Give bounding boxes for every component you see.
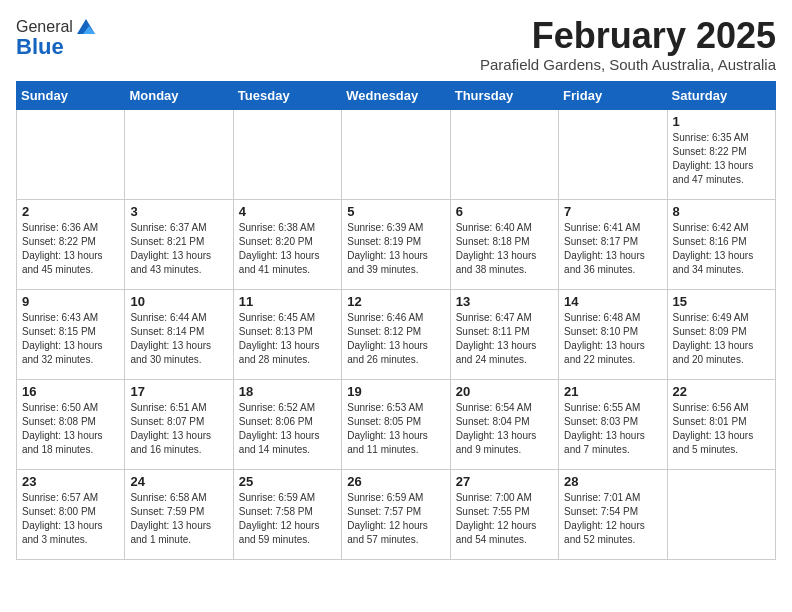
day-number: 3	[130, 204, 227, 219]
calendar-cell: 18Sunrise: 6:52 AM Sunset: 8:06 PM Dayli…	[233, 379, 341, 469]
day-info: Sunrise: 6:38 AM Sunset: 8:20 PM Dayligh…	[239, 221, 336, 277]
calendar-cell: 1Sunrise: 6:35 AM Sunset: 8:22 PM Daylig…	[667, 109, 775, 199]
day-number: 20	[456, 384, 553, 399]
weekday-header-friday: Friday	[559, 81, 667, 109]
calendar-cell	[450, 109, 558, 199]
day-info: Sunrise: 7:01 AM Sunset: 7:54 PM Dayligh…	[564, 491, 661, 547]
day-info: Sunrise: 6:59 AM Sunset: 7:58 PM Dayligh…	[239, 491, 336, 547]
day-info: Sunrise: 6:44 AM Sunset: 8:14 PM Dayligh…	[130, 311, 227, 367]
location-subtitle: Parafield Gardens, South Australia, Aust…	[480, 56, 776, 73]
day-info: Sunrise: 6:56 AM Sunset: 8:01 PM Dayligh…	[673, 401, 770, 457]
day-info: Sunrise: 6:48 AM Sunset: 8:10 PM Dayligh…	[564, 311, 661, 367]
calendar-cell: 17Sunrise: 6:51 AM Sunset: 8:07 PM Dayli…	[125, 379, 233, 469]
calendar-week-row: 1Sunrise: 6:35 AM Sunset: 8:22 PM Daylig…	[17, 109, 776, 199]
day-number: 12	[347, 294, 444, 309]
day-info: Sunrise: 6:51 AM Sunset: 8:07 PM Dayligh…	[130, 401, 227, 457]
calendar-cell: 23Sunrise: 6:57 AM Sunset: 8:00 PM Dayli…	[17, 469, 125, 559]
calendar-cell: 16Sunrise: 6:50 AM Sunset: 8:08 PM Dayli…	[17, 379, 125, 469]
weekday-header-sunday: Sunday	[17, 81, 125, 109]
calendar-cell: 22Sunrise: 6:56 AM Sunset: 8:01 PM Dayli…	[667, 379, 775, 469]
calendar-cell: 20Sunrise: 6:54 AM Sunset: 8:04 PM Dayli…	[450, 379, 558, 469]
calendar-cell: 27Sunrise: 7:00 AM Sunset: 7:55 PM Dayli…	[450, 469, 558, 559]
day-info: Sunrise: 6:53 AM Sunset: 8:05 PM Dayligh…	[347, 401, 444, 457]
day-number: 14	[564, 294, 661, 309]
day-number: 25	[239, 474, 336, 489]
calendar-cell: 13Sunrise: 6:47 AM Sunset: 8:11 PM Dayli…	[450, 289, 558, 379]
weekday-header-saturday: Saturday	[667, 81, 775, 109]
calendar-cell: 4Sunrise: 6:38 AM Sunset: 8:20 PM Daylig…	[233, 199, 341, 289]
day-info: Sunrise: 6:36 AM Sunset: 8:22 PM Dayligh…	[22, 221, 119, 277]
calendar-cell: 9Sunrise: 6:43 AM Sunset: 8:15 PM Daylig…	[17, 289, 125, 379]
day-number: 27	[456, 474, 553, 489]
calendar-cell: 14Sunrise: 6:48 AM Sunset: 8:10 PM Dayli…	[559, 289, 667, 379]
title-section: February 2025 Parafield Gardens, South A…	[480, 16, 776, 73]
calendar-cell: 21Sunrise: 6:55 AM Sunset: 8:03 PM Dayli…	[559, 379, 667, 469]
calendar-cell: 6Sunrise: 6:40 AM Sunset: 8:18 PM Daylig…	[450, 199, 558, 289]
calendar-week-row: 9Sunrise: 6:43 AM Sunset: 8:15 PM Daylig…	[17, 289, 776, 379]
calendar-cell: 12Sunrise: 6:46 AM Sunset: 8:12 PM Dayli…	[342, 289, 450, 379]
day-info: Sunrise: 6:45 AM Sunset: 8:13 PM Dayligh…	[239, 311, 336, 367]
day-number: 13	[456, 294, 553, 309]
day-info: Sunrise: 6:35 AM Sunset: 8:22 PM Dayligh…	[673, 131, 770, 187]
day-number: 18	[239, 384, 336, 399]
day-number: 2	[22, 204, 119, 219]
day-info: Sunrise: 6:46 AM Sunset: 8:12 PM Dayligh…	[347, 311, 444, 367]
day-info: Sunrise: 7:00 AM Sunset: 7:55 PM Dayligh…	[456, 491, 553, 547]
page-header: General Blue February 2025 Parafield Gar…	[16, 16, 776, 73]
day-info: Sunrise: 6:55 AM Sunset: 8:03 PM Dayligh…	[564, 401, 661, 457]
day-info: Sunrise: 6:42 AM Sunset: 8:16 PM Dayligh…	[673, 221, 770, 277]
calendar-cell	[667, 469, 775, 559]
day-number: 26	[347, 474, 444, 489]
day-info: Sunrise: 6:50 AM Sunset: 8:08 PM Dayligh…	[22, 401, 119, 457]
calendar-week-row: 23Sunrise: 6:57 AM Sunset: 8:00 PM Dayli…	[17, 469, 776, 559]
day-number: 21	[564, 384, 661, 399]
calendar-cell: 26Sunrise: 6:59 AM Sunset: 7:57 PM Dayli…	[342, 469, 450, 559]
day-info: Sunrise: 6:49 AM Sunset: 8:09 PM Dayligh…	[673, 311, 770, 367]
day-info: Sunrise: 6:59 AM Sunset: 7:57 PM Dayligh…	[347, 491, 444, 547]
day-info: Sunrise: 6:47 AM Sunset: 8:11 PM Dayligh…	[456, 311, 553, 367]
day-number: 10	[130, 294, 227, 309]
logo-icon	[75, 16, 97, 38]
day-info: Sunrise: 6:40 AM Sunset: 8:18 PM Dayligh…	[456, 221, 553, 277]
day-info: Sunrise: 6:37 AM Sunset: 8:21 PM Dayligh…	[130, 221, 227, 277]
calendar-cell: 19Sunrise: 6:53 AM Sunset: 8:05 PM Dayli…	[342, 379, 450, 469]
weekday-header-row: SundayMondayTuesdayWednesdayThursdayFrid…	[17, 81, 776, 109]
weekday-header-tuesday: Tuesday	[233, 81, 341, 109]
calendar-cell	[125, 109, 233, 199]
day-number: 9	[22, 294, 119, 309]
calendar-cell: 11Sunrise: 6:45 AM Sunset: 8:13 PM Dayli…	[233, 289, 341, 379]
day-info: Sunrise: 6:43 AM Sunset: 8:15 PM Dayligh…	[22, 311, 119, 367]
day-info: Sunrise: 6:57 AM Sunset: 8:00 PM Dayligh…	[22, 491, 119, 547]
calendar-cell: 8Sunrise: 6:42 AM Sunset: 8:16 PM Daylig…	[667, 199, 775, 289]
calendar-cell: 10Sunrise: 6:44 AM Sunset: 8:14 PM Dayli…	[125, 289, 233, 379]
weekday-header-monday: Monday	[125, 81, 233, 109]
calendar-week-row: 2Sunrise: 6:36 AM Sunset: 8:22 PM Daylig…	[17, 199, 776, 289]
weekday-header-wednesday: Wednesday	[342, 81, 450, 109]
day-number: 19	[347, 384, 444, 399]
calendar-cell: 25Sunrise: 6:59 AM Sunset: 7:58 PM Dayli…	[233, 469, 341, 559]
day-number: 11	[239, 294, 336, 309]
calendar-cell	[559, 109, 667, 199]
calendar-week-row: 16Sunrise: 6:50 AM Sunset: 8:08 PM Dayli…	[17, 379, 776, 469]
day-number: 6	[456, 204, 553, 219]
day-info: Sunrise: 6:58 AM Sunset: 7:59 PM Dayligh…	[130, 491, 227, 547]
day-number: 22	[673, 384, 770, 399]
calendar-cell	[17, 109, 125, 199]
day-info: Sunrise: 6:52 AM Sunset: 8:06 PM Dayligh…	[239, 401, 336, 457]
day-number: 16	[22, 384, 119, 399]
day-info: Sunrise: 6:39 AM Sunset: 8:19 PM Dayligh…	[347, 221, 444, 277]
logo: General Blue	[16, 16, 97, 60]
calendar-cell: 7Sunrise: 6:41 AM Sunset: 8:17 PM Daylig…	[559, 199, 667, 289]
day-number: 23	[22, 474, 119, 489]
day-info: Sunrise: 6:41 AM Sunset: 8:17 PM Dayligh…	[564, 221, 661, 277]
day-number: 4	[239, 204, 336, 219]
day-number: 24	[130, 474, 227, 489]
day-number: 15	[673, 294, 770, 309]
day-number: 8	[673, 204, 770, 219]
weekday-header-thursday: Thursday	[450, 81, 558, 109]
calendar-cell: 5Sunrise: 6:39 AM Sunset: 8:19 PM Daylig…	[342, 199, 450, 289]
day-number: 5	[347, 204, 444, 219]
calendar-cell	[233, 109, 341, 199]
day-info: Sunrise: 6:54 AM Sunset: 8:04 PM Dayligh…	[456, 401, 553, 457]
day-number: 17	[130, 384, 227, 399]
